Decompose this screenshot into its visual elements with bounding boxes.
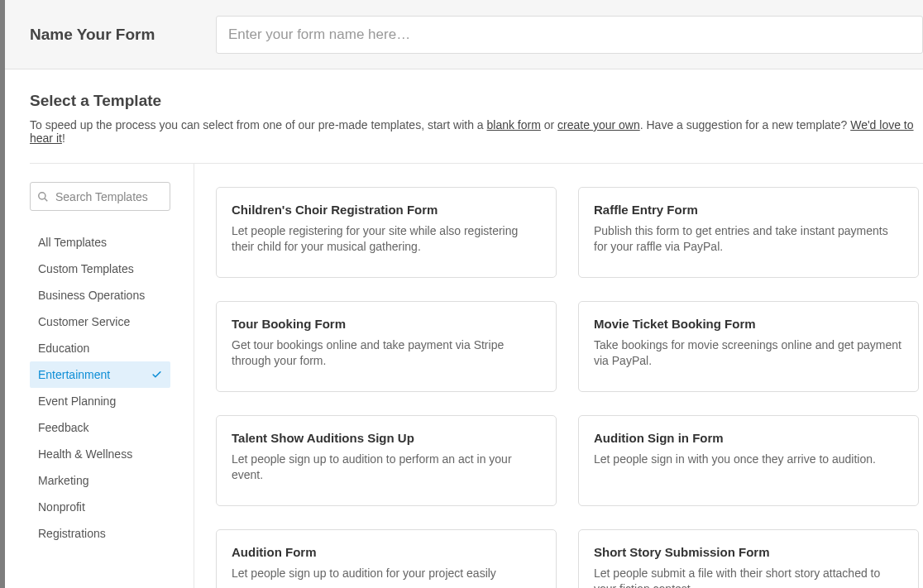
create-your-own-link[interactable]: create your own [557, 118, 640, 131]
category-item[interactable]: Registrations [30, 520, 170, 547]
template-title: Audition Form [232, 545, 541, 559]
template-card[interactable]: Raffle Entry FormPublish this form to ge… [578, 187, 919, 278]
template-search-input[interactable] [30, 182, 170, 211]
name-form-title: Name Your Form [30, 26, 216, 44]
category-item[interactable]: Customer Service [30, 308, 170, 335]
template-card[interactable]: Talent Show Auditions Sign UpLet people … [216, 415, 557, 506]
category-label: Entertainment [38, 368, 110, 381]
subtext-post: . Have a suggestion for a new template? [640, 118, 850, 131]
sidebar: All TemplatesCustom TemplatesBusiness Op… [30, 164, 194, 588]
template-desc: Publish this form to get entries and tak… [594, 223, 903, 255]
category-label: Marketing [38, 474, 88, 487]
template-card[interactable]: Short Story Submission FormLet people su… [578, 529, 919, 588]
category-item[interactable]: Custom Templates [30, 256, 170, 282]
category-label: Event Planning [38, 394, 116, 408]
template-desc: Get tour bookings online and take paymen… [232, 337, 541, 369]
category-item[interactable]: Education [30, 335, 170, 361]
template-desc: Let people submit a file with their shor… [594, 566, 903, 588]
template-title: Tour Booking Form [232, 317, 541, 331]
name-form-header: Name Your Form [5, 0, 923, 69]
category-list: All TemplatesCustom TemplatesBusiness Op… [30, 229, 194, 547]
subtext-pre: To speed up the process you can select f… [30, 118, 487, 131]
category-item[interactable]: Entertainment [30, 361, 170, 388]
blank-form-link[interactable]: blank form [487, 118, 541, 131]
template-title: Audition Sign in Form [594, 431, 903, 445]
template-title: Short Story Submission Form [594, 545, 903, 559]
form-name-field-wrap [216, 16, 923, 54]
category-item[interactable]: Feedback [30, 414, 170, 441]
template-title: Movie Ticket Booking Form [594, 317, 903, 331]
template-title: Raffle Entry Form [594, 203, 903, 217]
category-item[interactable]: Business Operations [30, 282, 170, 308]
svg-point-0 [39, 192, 45, 198]
form-name-input[interactable] [216, 16, 923, 54]
template-card[interactable]: Audition FormLet people sign up to audit… [216, 529, 557, 588]
template-card[interactable]: Children's Choir Registration FormLet pe… [216, 187, 557, 278]
template-desc: Let people sign up to audition for your … [232, 566, 541, 581]
category-label: Custom Templates [38, 262, 134, 275]
category-label: Feedback [38, 421, 88, 434]
template-card[interactable]: Tour Booking FormGet tour bookings onlin… [216, 301, 557, 392]
category-item[interactable]: Health & Wellness [30, 441, 170, 467]
template-card[interactable]: Audition Sign in FormLet people sign in … [578, 415, 919, 506]
template-title: Talent Show Auditions Sign Up [232, 431, 541, 445]
category-item[interactable]: Marketing [30, 467, 170, 494]
subtext-or: or [541, 118, 557, 131]
category-label: Education [38, 342, 89, 355]
template-section: Select a Template To speed up the proces… [5, 69, 923, 588]
check-icon [151, 370, 162, 380]
category-label: Customer Service [38, 315, 130, 328]
template-search-wrap [30, 182, 170, 211]
search-icon [37, 191, 49, 203]
template-card[interactable]: Movie Ticket Booking FormTake bookings f… [578, 301, 919, 392]
category-label: Business Operations [38, 289, 145, 302]
columns: All TemplatesCustom TemplatesBusiness Op… [30, 164, 923, 588]
select-template-heading: Select a Template [30, 92, 923, 110]
subtext-end: ! [62, 131, 65, 145]
select-template-subtext: To speed up the process you can select f… [30, 118, 923, 145]
category-label: All Templates [38, 236, 107, 249]
template-grid: Children's Choir Registration FormLet pe… [194, 164, 923, 588]
category-label: Health & Wellness [38, 447, 132, 461]
category-item[interactable]: All Templates [30, 229, 170, 256]
template-desc: Let people sign in with you once they ar… [594, 452, 903, 467]
svg-line-1 [45, 198, 47, 201]
template-desc: Let people registering for your site whi… [232, 223, 541, 255]
category-label: Registrations [38, 527, 106, 540]
template-title: Children's Choir Registration Form [232, 203, 541, 217]
category-label: Nonprofit [38, 500, 85, 514]
template-desc: Let people sign up to audition to perfor… [232, 452, 541, 483]
category-item[interactable]: Event Planning [30, 388, 170, 414]
template-desc: Take bookings for movie screenings onlin… [594, 337, 903, 369]
category-item[interactable]: Nonprofit [30, 494, 170, 520]
